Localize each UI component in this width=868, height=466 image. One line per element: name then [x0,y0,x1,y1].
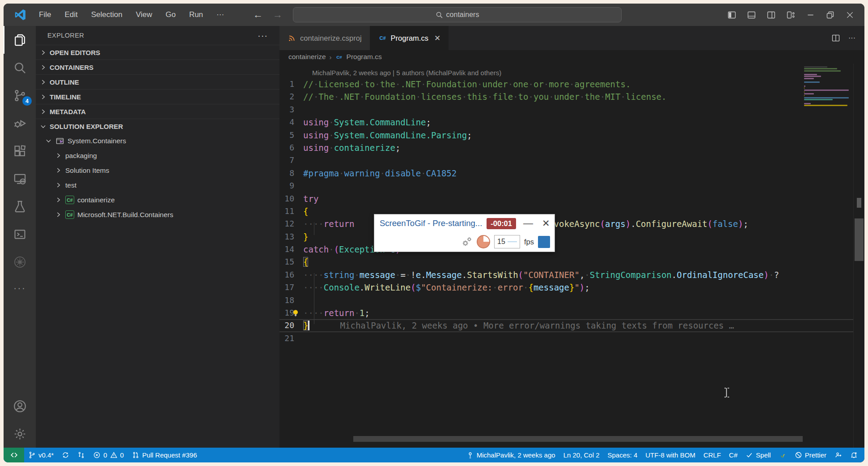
minimap[interactable] [804,66,853,108]
section-timeline[interactable]: TIMELINE [36,89,279,104]
code-area[interactable]: MichalPavlik, 2 weeks ago | 5 authors (M… [279,64,853,448]
tree-item-containerize[interactable]: C#containerize [36,192,279,207]
statusbar-compare-status[interactable] [73,448,89,462]
activitybar-settings[interactable] [4,420,36,448]
breadcrumb-file[interactable]: Program.cs [347,53,382,61]
breadcrumb-folder[interactable]: containerize [288,53,326,61]
close-icon[interactable]: ✕ [542,218,550,229]
record-button[interactable] [538,236,550,248]
activitybar-extensions[interactable] [4,137,36,165]
code-line-16[interactable]: 16····string·message·=·!e.Message.Starts… [279,269,853,281]
section-solution-explorer[interactable]: SOLUTION EXPLORER [36,119,279,133]
tab-program-cs[interactable]: C# Program.cs ✕ [370,26,449,50]
horizontal-scrollbar[interactable] [353,436,803,442]
menu-go[interactable]: Go [161,9,181,21]
statusbar-language-mode[interactable]: C# [725,448,741,462]
statusbar-eol[interactable]: CRLF [699,448,725,462]
code-line-14[interactable]: 14catch·(Exception·e) [279,243,853,256]
tree-item-packaging[interactable]: packaging [36,148,279,163]
restore-icon[interactable] [821,7,838,23]
statusbar-prettier[interactable]: Prettier [791,448,830,462]
minimize-icon[interactable]: — [523,221,533,226]
code-line-1[interactable]: 1//·Licensed·to·the·.NET·Foundation·unde… [279,78,853,90]
lightbulb-icon[interactable] [291,308,300,317]
tree-item-test[interactable]: test [36,178,279,192]
statusbar-pull-request[interactable]: Pull Request #396 [128,448,201,462]
activitybar-more-icon[interactable]: ··· [13,276,26,301]
activitybar-account[interactable] [4,392,36,420]
activitybar-testing[interactable] [4,192,36,220]
menu-selection[interactable]: Selection [86,9,127,21]
scrollbar-thumb[interactable] [855,218,864,261]
screentogif-window[interactable]: ScreenToGif - Pre-starting... -00:01 — ✕… [374,214,555,252]
breadcrumb[interactable]: containerize › C# Program.cs [279,50,864,64]
activitybar-search[interactable] [4,54,36,81]
code-line-9[interactable]: 9 [279,180,853,192]
code-line-19[interactable]: 19····return·1; [279,307,853,319]
editor-more-icon[interactable]: ··· [848,34,855,42]
statusbar-problems[interactable]: 00 [89,448,128,462]
toggle-panel-icon[interactable] [743,7,760,23]
statusbar-encoding[interactable]: UTF-8 with BOM [641,448,699,462]
statusbar-plant-extension[interactable] [775,448,791,462]
code-line-18[interactable]: 18 [279,294,853,307]
section-open-editors[interactable]: OPEN EDITORS [36,45,279,60]
remote-indicator[interactable] [4,448,24,462]
menu-file[interactable]: File [34,9,56,21]
activitybar-run-debug[interactable] [4,109,36,137]
codelens-blame[interactable]: MichalPavlik, 2 weeks ago | 5 authors (M… [279,68,853,78]
statusbar-blame-author[interactable]: MichalPavlik, 2 weeks ago [462,448,559,462]
code-line-8[interactable]: 8#pragma·warning·disable·CA1852 [279,167,853,180]
menu-edit[interactable]: Edit [59,9,82,21]
statusbar-notifications[interactable] [846,448,862,462]
statusbar-sync-status[interactable] [58,448,73,462]
code-line-11[interactable]: 11{ [279,205,853,218]
menu-view[interactable]: View [131,9,157,21]
activitybar-source-control[interactable]: 4 [4,81,36,109]
toggle-primary-sidebar-icon[interactable] [723,7,740,23]
code-line-7[interactable]: 7 [279,154,853,167]
tree-item-microsoft-net-build-containers[interactable]: C#Microsoft.NET.Build.Containers [36,207,279,222]
fps-input[interactable]: 15 [494,235,520,248]
record-delay-icon[interactable] [477,235,490,248]
tab-containerize-csproj[interactable]: containerize.csproj [279,26,370,50]
section-metadata[interactable]: METADATA [36,104,279,119]
gears-icon[interactable] [461,236,473,248]
nav-back-icon[interactable]: ← [253,9,263,21]
activitybar-terminal[interactable] [4,220,36,248]
code-line-21[interactable]: 21 [279,332,853,345]
code-line-6[interactable]: 6using·containerize; [279,141,853,154]
tab-close-icon[interactable]: ✕ [434,34,440,43]
menu-[interactable]: ··· [212,9,229,21]
code-line-3[interactable]: 3 [279,103,853,116]
statusbar-spell-checker[interactable]: Spell [741,448,775,462]
sidebar-more-icon[interactable]: ··· [258,30,268,41]
activitybar-remote-explorer[interactable] [4,165,36,192]
minimize-icon[interactable] [802,7,819,23]
customize-layout-icon[interactable] [782,7,799,23]
split-editor-icon[interactable] [831,34,840,43]
code-line-12[interactable]: 12····return InvokeAsync(args).Configure… [279,218,853,230]
statusbar-indentation[interactable]: Spaces: 4 [604,448,642,462]
tree-item-solution-items[interactable]: Solution Items [36,163,279,178]
code-line-13[interactable]: 13} [279,231,853,243]
activitybar-compass[interactable] [4,248,36,276]
code-line-10[interactable]: 10try [279,192,853,205]
section-outline[interactable]: OUTLINE [36,74,279,89]
statusbar-cursor-position[interactable]: Ln 20, Col 2 [559,448,604,462]
close-icon[interactable] [841,7,858,23]
statusbar-feedback[interactable] [830,448,846,462]
toggle-secondary-sidebar-icon[interactable] [762,7,779,23]
code-line-4[interactable]: 4using·System.CommandLine; [279,116,853,128]
code-line-2[interactable]: 2//·The·.NET·Foundation·licenses·this·fi… [279,90,853,103]
command-center-search[interactable]: containers [293,7,622,22]
code-line-17[interactable]: 17····Console.WriteLine($"Containerize:·… [279,281,853,294]
menu-run[interactable]: Run [184,9,208,21]
statusbar-branch-status[interactable]: v0.4* [24,448,58,462]
tree-item-system-containers[interactable]: System.Containers [36,133,279,148]
code-line-5[interactable]: 5using·System.CommandLine.Parsing; [279,129,853,141]
section-containers[interactable]: CONTAINERS [36,60,279,74]
code-line-15[interactable]: 15{ [279,256,853,268]
vertical-scrollbar[interactable] [853,64,864,448]
code-line-20[interactable]: 20} MichalPavlik, 2 weeks ago • More err… [279,319,853,332]
